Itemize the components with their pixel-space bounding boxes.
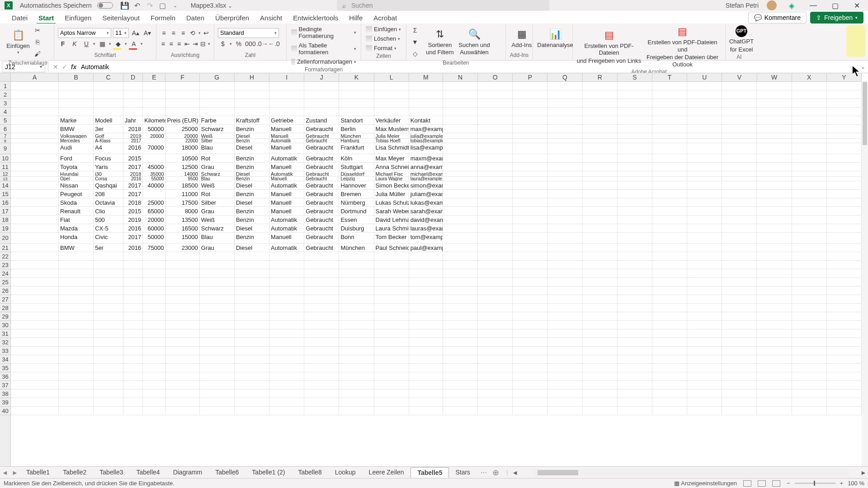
cell[interactable] [478,177,513,181]
cell[interactable] [94,286,123,295]
cell[interactable] [722,90,757,99]
cell[interactable] [618,398,652,407]
cell[interactable] [513,133,547,139]
cell[interactable]: Manuell [269,207,304,216]
cell[interactable] [166,82,200,90]
cell[interactable] [827,398,862,407]
cell[interactable] [757,381,792,389]
ribbon-tab-daten[interactable]: Daten [181,12,210,23]
cell[interactable] [269,261,304,269]
cell[interactable]: Diesel [235,171,269,177]
cell[interactable] [94,90,123,99]
cell[interactable] [827,338,862,347]
row-header[interactable]: 23 [0,261,10,269]
cell[interactable] [123,381,143,389]
cell[interactable] [143,389,165,398]
cell[interactable] [269,329,304,338]
cell[interactable] [722,171,757,177]
cell[interactable] [200,90,235,99]
cell[interactable] [166,269,200,278]
col-header[interactable]: Q [547,73,582,81]
cell[interactable] [547,355,582,364]
cell[interactable] [827,347,862,355]
cell[interactable]: tobias@example.com [409,139,443,143]
cell[interactable] [827,381,862,389]
cell[interactable] [583,108,618,116]
cell[interactable] [166,295,200,304]
cell[interactable] [409,269,443,278]
row-header[interactable]: 37 [0,381,10,389]
cell[interactable] [123,286,143,295]
cell[interactable] [200,252,235,261]
chatgpt-button[interactable]: GPTChatGPTfor Excel [729,25,754,53]
thousands-icon[interactable]: 000 [245,39,255,49]
cell[interactable] [513,108,547,116]
cell[interactable] [618,364,652,372]
cell[interactable] [827,295,862,304]
row-header[interactable]: 3 [0,99,10,108]
row-headers[interactable]: 1234567891011121314151617181920212223242… [0,82,11,470]
cell[interactable] [339,269,374,278]
cell[interactable] [687,244,722,252]
cell[interactable] [722,198,757,207]
cell[interactable] [547,252,582,261]
cell[interactable] [513,364,547,372]
cell[interactable]: Manuell [269,163,304,171]
cell[interactable]: Nürnberg [339,198,374,207]
cell[interactable] [269,108,304,116]
cell[interactable] [792,347,827,355]
cell[interactable] [11,154,59,163]
cell[interactable]: Manuell [269,133,304,139]
cell[interactable] [757,139,792,143]
cell[interactable] [618,269,652,278]
cell[interactable] [443,304,478,312]
cell[interactable] [11,139,59,143]
cell[interactable] [687,364,722,372]
cell[interactable] [304,347,339,355]
cell[interactable] [11,398,59,407]
cell[interactable]: sarah@example.com [409,207,443,216]
cell[interactable] [652,304,687,312]
cell[interactable]: 40000 [143,181,165,190]
cell[interactable] [304,278,339,286]
cell[interactable] [235,108,269,116]
cell[interactable]: 2017 [123,233,143,244]
cell[interactable] [652,261,687,269]
cell[interactable]: juliam@example.com [409,190,443,198]
cell[interactable] [478,355,513,364]
cell[interactable] [757,108,792,116]
cell[interactable] [374,312,409,321]
cell[interactable] [59,82,94,90]
cell[interactable] [304,381,339,389]
cell[interactable] [547,338,582,347]
cell[interactable]: Getriebe [269,116,304,125]
cell[interactable] [478,312,513,321]
cell[interactable] [339,304,374,312]
cell[interactable]: maxm@example.com [409,154,443,163]
cell[interactable]: Benzin [235,207,269,216]
align-right-icon[interactable]: ≡ [176,39,182,49]
cell[interactable] [722,398,757,407]
cell[interactable] [757,244,792,252]
merge-icon[interactable]: ⊟ [200,39,206,49]
cell[interactable] [143,347,165,355]
cell[interactable] [374,347,409,355]
cell[interactable] [827,207,862,216]
cell[interactable]: Grau [200,244,235,252]
cell[interactable] [374,278,409,286]
cell[interactable] [583,338,618,347]
row-header[interactable]: 19 [0,224,10,233]
cell[interactable] [722,278,757,286]
cell[interactable] [94,278,123,286]
cell[interactable]: Blau [200,177,235,181]
cell[interactable] [652,125,687,133]
cell[interactable] [547,139,582,143]
cell[interactable] [374,252,409,261]
cell[interactable] [443,154,478,163]
cell[interactable] [722,372,757,381]
cell[interactable]: Stuttgart [339,163,374,171]
cell[interactable] [757,224,792,233]
row-header[interactable]: 34 [0,355,10,364]
cell[interactable] [583,407,618,415]
bold-button[interactable]: F [58,39,68,49]
